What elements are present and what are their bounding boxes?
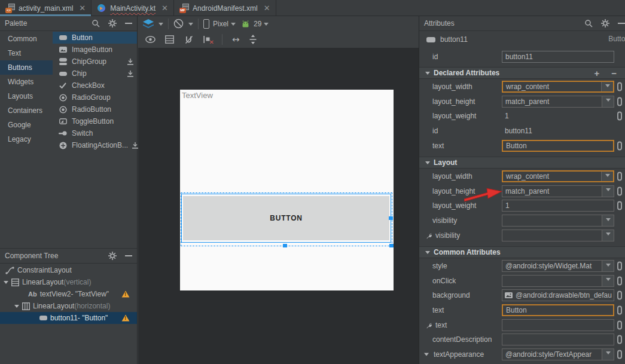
add-attribute-button[interactable]: + (594, 68, 599, 78)
gear-icon[interactable] (108, 19, 117, 27)
resize-handle-bottom[interactable] (283, 244, 287, 247)
canvas-button[interactable]: BUTTON (183, 196, 389, 240)
resize-handle-right[interactable] (389, 216, 393, 220)
layout-width-dropdown[interactable]: wrap_content (502, 81, 614, 93)
tab-mainactivity-kt[interactable]: MainActivity.kt ✕ (92, 0, 174, 16)
layout-weight-value[interactable]: 1 (502, 110, 614, 122)
expand-arrow-icon[interactable] (424, 353, 429, 356)
resize-handle-corner[interactable] (389, 244, 394, 247)
tree-item-constraintlayout[interactable]: ConstraintLayout (0, 264, 137, 276)
download-icon[interactable] (132, 142, 138, 149)
resource-flag-icon[interactable] (617, 262, 622, 271)
collapse-arrow-icon[interactable] (425, 251, 430, 254)
hide-panel-icon[interactable] (125, 20, 132, 27)
resource-flag-icon[interactable] (617, 291, 622, 300)
attr-row-layout-height[interactable]: layout_height match_parent (419, 184, 625, 199)
search-icon[interactable] (92, 19, 100, 27)
tools-text-input[interactable] (502, 319, 614, 331)
attr-row-text[interactable]: text Button (419, 303, 625, 318)
attr-row-layout-height[interactable]: layout_height match_parent (419, 94, 625, 109)
attr-row-textappearance[interactable]: textAppearance @android:style/TextAppear (419, 347, 625, 362)
remove-attribute-button[interactable]: − (611, 68, 617, 78)
widget-button[interactable]: Button (53, 32, 137, 44)
chevron-down-icon[interactable] (602, 186, 614, 197)
tab-activity-main-xml[interactable]: <> activity_main.xml ✕ (0, 0, 92, 16)
attr-row-tools-text[interactable]: text (419, 317, 625, 332)
blueprint-mode-icon[interactable] (165, 35, 174, 44)
attr-row-text[interactable]: text Button (419, 138, 625, 153)
attr-row-layout-weight[interactable]: layout_weight 1 (419, 198, 625, 213)
attr-row-style[interactable]: style @android:style/Widget.Mat (419, 259, 625, 274)
download-icon[interactable] (127, 59, 133, 65)
tree-item-button11[interactable]: button11- "Button" (0, 312, 137, 324)
attr-row-layout-weight[interactable]: layout_weight 1 (419, 109, 625, 124)
download-icon[interactable] (127, 71, 133, 77)
layout-weight-input[interactable]: 1 (502, 200, 614, 212)
widget-togglebutton[interactable]: ToggleButton (53, 115, 137, 127)
gear-icon[interactable] (601, 19, 609, 27)
resource-flag-icon[interactable] (617, 112, 622, 121)
close-icon[interactable]: ✕ (161, 4, 168, 12)
text-input[interactable]: Button (502, 140, 614, 152)
design-mode-icon[interactable] (143, 19, 154, 28)
view-options-eye-icon[interactable] (145, 36, 156, 43)
text-input[interactable]: Button (502, 304, 614, 316)
close-icon[interactable]: ✕ (264, 4, 270, 12)
category-buttons[interactable]: Buttons (0, 60, 53, 75)
autoconnect-off-magnet-icon[interactable] (184, 35, 194, 44)
onclick-dropdown[interactable] (502, 275, 614, 287)
attr-row-layout-width[interactable]: layout_width wrap_content (419, 79, 625, 94)
resource-flag-icon[interactable] (617, 172, 622, 181)
chevron-down-icon[interactable] (602, 215, 614, 226)
tab-androidmanifest-xml[interactable]: MF AndroidManifest.xml ✕ (174, 0, 276, 16)
widget-switch[interactable]: Switch (53, 127, 137, 139)
category-layouts[interactable]: Layouts (0, 89, 53, 103)
tree-item-textview2[interactable]: Ab textView2- "TextView" (0, 288, 137, 300)
chevron-down-icon[interactable] (602, 96, 614, 107)
collapse-arrow-icon[interactable] (425, 161, 430, 164)
category-text[interactable]: Text (0, 46, 53, 60)
resource-flag-icon[interactable] (617, 306, 622, 315)
chevron-down-icon[interactable] (601, 172, 613, 181)
category-widgets[interactable]: Widgets (0, 75, 53, 89)
widget-radiobutton[interactable]: RadioButton (53, 103, 137, 115)
widget-checkbox[interactable]: CheckBox (53, 79, 137, 91)
hide-panel-icon[interactable] (618, 20, 625, 27)
pack-distribute-icon[interactable] (249, 35, 257, 44)
category-google[interactable]: Google (0, 118, 53, 132)
widget-imagebutton[interactable]: ImageButton (53, 44, 137, 56)
attr-row-visibility[interactable]: visibility (419, 213, 625, 228)
canvas-textview[interactable]: TextView (182, 91, 213, 100)
background-input[interactable]: @android:drawable/btn_defau (502, 289, 614, 301)
api-level-selector[interactable]: 29 (254, 20, 261, 28)
category-legacy[interactable]: Legacy (0, 132, 53, 146)
chevron-down-icon[interactable] (264, 23, 269, 28)
tree-item-linearlayout-vertical[interactable]: LinearLayout(vertical) (0, 276, 137, 288)
default-margins-icon[interactable]: ↔ (232, 34, 240, 45)
section-declared-attributes[interactable]: Declared Attributes + − (419, 67, 625, 79)
attr-row-contentdescription[interactable]: contentDescription (419, 332, 625, 347)
resource-flag-icon[interactable] (617, 141, 622, 150)
attr-row-id-declared[interactable]: id button11 (419, 124, 625, 139)
device-selector[interactable]: Pixel (213, 20, 228, 28)
attr-row-background[interactable]: background @android:drawable/btn_defau (419, 288, 625, 303)
attr-row-onclick[interactable]: onClick (419, 274, 625, 289)
resource-flag-icon[interactable] (617, 201, 622, 210)
visibility-dropdown[interactable] (502, 215, 614, 227)
id-input[interactable]: button11 (502, 51, 614, 63)
id-value[interactable]: button11 (502, 125, 614, 137)
widget-radiogroup[interactable]: RadioGroup (53, 91, 137, 103)
warning-icon[interactable] (122, 314, 130, 321)
chevron-down-icon[interactable] (602, 261, 614, 271)
widget-chip[interactable]: Chip (53, 68, 137, 79)
chevron-down-icon[interactable] (231, 23, 236, 28)
resource-flag-icon[interactable] (617, 97, 622, 106)
section-common-attributes[interactable]: Common Attributes (419, 246, 625, 258)
collapse-arrow-icon[interactable] (425, 72, 430, 75)
expand-arrow-icon[interactable] (14, 305, 19, 308)
orientation-icon[interactable] (173, 19, 184, 29)
widget-chipgroup[interactable]: ChipGroup (53, 56, 137, 68)
category-common[interactable]: Common (0, 32, 53, 46)
close-icon[interactable]: ✕ (79, 4, 86, 12)
hide-panel-icon[interactable] (125, 252, 132, 259)
